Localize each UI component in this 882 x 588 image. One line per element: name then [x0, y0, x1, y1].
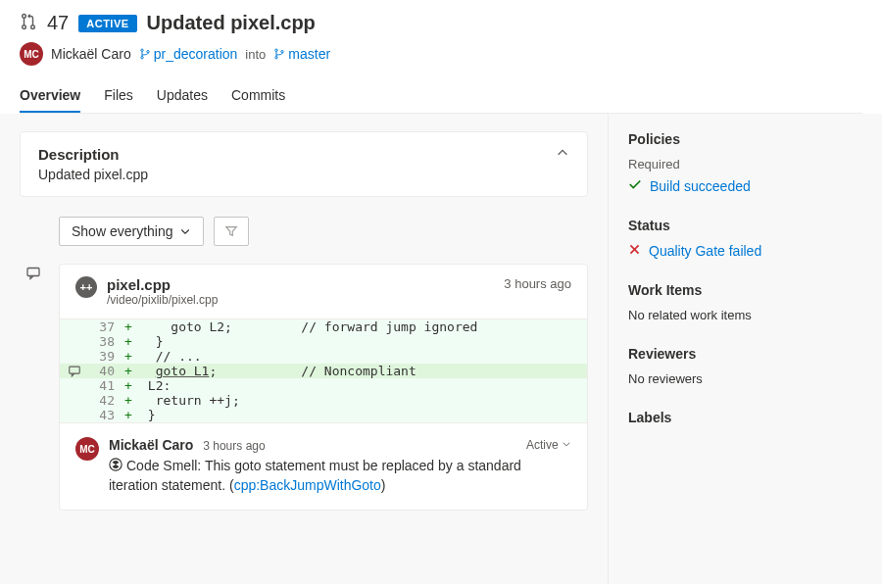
filter-dropdown[interactable]: Show everything — [59, 217, 204, 246]
comment-author[interactable]: Mickaël Caro — [109, 437, 193, 453]
rule-link[interactable]: cpp:BackJumpWithGoto — [234, 477, 381, 493]
svg-point-4 — [141, 57, 143, 59]
chevron-down-icon — [562, 439, 571, 449]
avatar[interactable]: MC — [75, 437, 99, 461]
svg-point-5 — [147, 51, 149, 53]
filter-icon — [224, 224, 238, 238]
svg-point-1 — [23, 25, 26, 29]
pr-title-row: 47 ACTIVE Updated pixel.cpp — [20, 12, 862, 34]
svg-point-0 — [23, 15, 26, 19]
comment-card: MC Mickaël Caro 3 hours ago Active — [60, 422, 587, 510]
diff-line: 37+ goto L2; // forward jump ignored — [60, 319, 587, 334]
description-text: Updated pixel.cpp — [38, 167, 148, 182]
status-section: Status Quality Gate failed — [628, 218, 862, 259]
svg-point-7 — [275, 57, 277, 59]
code-smell-icon — [109, 458, 122, 477]
pr-title: Updated pixel.cpp — [147, 12, 316, 34]
target-branch-name: master — [288, 46, 330, 62]
svg-rect-10 — [70, 367, 80, 373]
description-card: Description Updated pixel.cpp — [20, 131, 588, 197]
target-branch-link[interactable]: master — [273, 46, 330, 62]
diff-line: 40+ goto L1; // Noncompliant — [60, 364, 587, 378]
description-heading: Description — [38, 146, 148, 163]
status-title: Status — [628, 218, 862, 233]
svg-point-8 — [281, 51, 283, 53]
filter-dropdown-label: Show everything — [72, 223, 173, 239]
filter-button[interactable] — [214, 217, 249, 246]
file-card: ++ pixel.cpp /video/pixlib/pixel.cpp 3 h… — [59, 264, 588, 511]
file-name[interactable]: pixel.cpp — [107, 276, 218, 293]
policies-title: Policies — [628, 131, 862, 147]
diff-area: 37+ goto L2; // forward jump ignored38+ … — [60, 318, 587, 422]
policies-section: Policies Required Build succeeded — [628, 131, 862, 194]
chevron-up-icon[interactable] — [556, 146, 569, 163]
svg-rect-9 — [27, 269, 39, 276]
quality-gate-link[interactable]: Quality Gate failed — [649, 243, 761, 259]
comment-icon[interactable] — [25, 266, 41, 284]
author-name[interactable]: Mickaël Caro — [51, 46, 131, 62]
work-items-text: No related work items — [628, 308, 862, 322]
work-items-title: Work Items — [628, 282, 862, 298]
diff-line: 39+ // ... — [60, 349, 587, 364]
branch-icon — [139, 48, 151, 60]
pr-number: 47 — [47, 12, 69, 34]
diff-line: 43+ } — [60, 408, 587, 422]
reviewers-text: No reviewers — [628, 371, 862, 386]
diff-line: 41+ L2: — [60, 378, 587, 393]
into-text: into — [245, 47, 266, 62]
diff-line: 42+ return ++j; — [60, 393, 587, 408]
file-path: /video/pixlib/pixel.cpp — [107, 293, 218, 307]
chevron-down-icon — [179, 225, 191, 237]
comment-icon[interactable] — [68, 365, 81, 378]
source-branch-link[interactable]: pr_decoration — [139, 46, 238, 62]
reviewers-section: Reviewers No reviewers — [628, 346, 862, 386]
tabs: Overview Files Updates Commits — [20, 79, 862, 114]
svg-point-2 — [31, 25, 35, 29]
file-change-badge: ++ — [75, 276, 97, 298]
tab-commits[interactable]: Commits — [231, 79, 285, 113]
branch-icon — [273, 48, 285, 60]
svg-point-6 — [275, 49, 277, 51]
source-branch-name: pr_decoration — [154, 46, 238, 62]
comment-text: Code Smell: This goto statement must be … — [109, 457, 571, 496]
svg-point-3 — [141, 49, 143, 51]
comment-status-dropdown[interactable]: Active — [526, 438, 571, 452]
work-items-section: Work Items No related work items — [628, 282, 862, 322]
policies-required: Required — [628, 157, 862, 172]
build-succeeded-link[interactable]: Build succeeded — [650, 178, 751, 194]
pr-meta-row: MC Mickaël Caro pr_decoration into maste… — [20, 42, 862, 66]
status-badge: ACTIVE — [78, 15, 136, 32]
tab-overview[interactable]: Overview — [20, 79, 80, 113]
tab-updates[interactable]: Updates — [157, 79, 208, 113]
avatar[interactable]: MC — [20, 42, 43, 66]
reviewers-title: Reviewers — [628, 346, 862, 362]
pull-request-icon — [20, 13, 37, 33]
tab-files[interactable]: Files — [104, 79, 133, 113]
fail-icon — [628, 243, 641, 259]
comment-time: 3 hours ago — [203, 439, 265, 453]
diff-line: 38+ } — [60, 334, 587, 349]
file-time: 3 hours ago — [504, 276, 571, 291]
check-icon — [628, 177, 642, 194]
labels-section: Labels — [628, 410, 862, 425]
labels-title: Labels — [628, 410, 862, 425]
